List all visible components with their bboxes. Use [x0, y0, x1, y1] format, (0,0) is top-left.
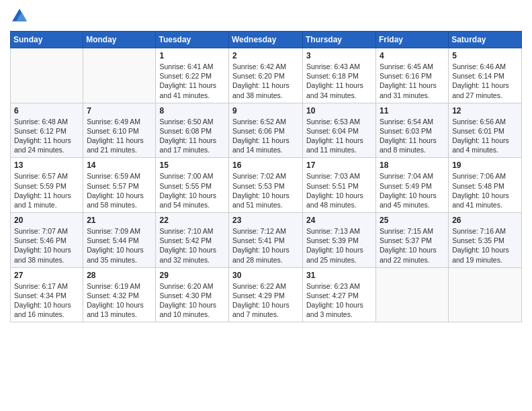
day-info: Sunrise: 7:12 AM Sunset: 5:41 PM Dayligh… [232, 226, 299, 265]
day-info: Sunrise: 7:07 AM Sunset: 5:46 PM Dayligh… [14, 226, 79, 265]
day-info: Sunrise: 7:10 AM Sunset: 5:42 PM Dayligh… [159, 226, 225, 265]
calendar-cell: 1Sunrise: 6:41 AM Sunset: 6:22 PM Daylig… [156, 48, 229, 103]
calendar-cell: 14Sunrise: 6:59 AM Sunset: 5:57 PM Dayli… [83, 158, 156, 213]
calendar-week-row: 13Sunrise: 6:57 AM Sunset: 5:59 PM Dayli… [11, 158, 522, 213]
day-info: Sunrise: 6:49 AM Sunset: 6:10 PM Dayligh… [87, 117, 152, 155]
day-info: Sunrise: 7:09 AM Sunset: 5:44 PM Dayligh… [87, 226, 152, 265]
day-number: 11 [380, 106, 445, 116]
calendar-day-header: Thursday [303, 32, 376, 48]
logo [10, 7, 32, 26]
day-info: Sunrise: 6:48 AM Sunset: 6:12 PM Dayligh… [14, 117, 79, 155]
day-info: Sunrise: 7:06 AM Sunset: 5:48 PM Dayligh… [452, 171, 518, 210]
day-info: Sunrise: 6:56 AM Sunset: 6:01 PM Dayligh… [452, 117, 518, 155]
calendar-week-row: 27Sunrise: 6:17 AM Sunset: 4:34 PM Dayli… [11, 267, 522, 322]
calendar-cell: 9Sunrise: 6:52 AM Sunset: 6:06 PM Daylig… [229, 103, 303, 158]
day-info: Sunrise: 6:20 AM Sunset: 4:30 PM Dayligh… [159, 281, 225, 320]
page-container: SundayMondayTuesdayWednesdayThursdayFrid… [0, 0, 532, 332]
calendar-cell: 2Sunrise: 6:42 AM Sunset: 6:20 PM Daylig… [229, 48, 303, 103]
calendar-cell: 10Sunrise: 6:53 AM Sunset: 6:04 PM Dayli… [303, 103, 376, 158]
day-number: 8 [159, 106, 225, 116]
day-info: Sunrise: 7:16 AM Sunset: 5:35 PM Dayligh… [452, 226, 518, 265]
day-number: 21 [87, 216, 152, 225]
calendar-week-row: 1Sunrise: 6:41 AM Sunset: 6:22 PM Daylig… [11, 48, 522, 103]
day-number: 31 [306, 271, 372, 280]
calendar-day-header: Saturday [449, 32, 522, 48]
day-number: 3 [306, 51, 372, 60]
calendar-cell: 3Sunrise: 6:43 AM Sunset: 6:18 PM Daylig… [303, 48, 376, 103]
calendar-cell: 28Sunrise: 6:19 AM Sunset: 4:32 PM Dayli… [83, 267, 156, 322]
calendar-day-header: Sunday [11, 32, 83, 48]
day-info: Sunrise: 6:52 AM Sunset: 6:06 PM Dayligh… [232, 117, 299, 155]
calendar-day-header: Friday [376, 32, 449, 48]
day-number: 1 [159, 51, 225, 60]
header [10, 7, 522, 26]
day-number: 19 [452, 161, 518, 170]
day-info: Sunrise: 6:53 AM Sunset: 6:04 PM Dayligh… [306, 117, 372, 155]
calendar-cell: 23Sunrise: 7:12 AM Sunset: 5:41 PM Dayli… [229, 213, 303, 268]
day-info: Sunrise: 6:50 AM Sunset: 6:08 PM Dayligh… [159, 117, 225, 155]
day-info: Sunrise: 7:13 AM Sunset: 5:39 PM Dayligh… [306, 226, 372, 265]
day-info: Sunrise: 6:23 AM Sunset: 4:27 PM Dayligh… [306, 281, 372, 320]
day-info: Sunrise: 7:15 AM Sunset: 5:37 PM Dayligh… [380, 226, 445, 265]
day-info: Sunrise: 6:59 AM Sunset: 5:57 PM Dayligh… [87, 171, 152, 210]
day-info: Sunrise: 6:54 AM Sunset: 6:03 PM Dayligh… [380, 117, 445, 155]
calendar-cell: 25Sunrise: 7:15 AM Sunset: 5:37 PM Dayli… [376, 213, 449, 268]
day-number: 15 [159, 161, 225, 170]
day-number: 20 [14, 216, 79, 225]
calendar-day-header: Monday [83, 32, 156, 48]
day-number: 28 [87, 271, 152, 280]
calendar-cell: 24Sunrise: 7:13 AM Sunset: 5:39 PM Dayli… [303, 213, 376, 268]
day-number: 5 [452, 51, 518, 60]
day-info: Sunrise: 6:46 AM Sunset: 6:14 PM Dayligh… [452, 62, 518, 100]
calendar-header-row: SundayMondayTuesdayWednesdayThursdayFrid… [11, 32, 522, 48]
calendar-cell [11, 48, 83, 103]
day-number: 22 [159, 216, 225, 225]
day-info: Sunrise: 6:43 AM Sunset: 6:18 PM Dayligh… [306, 62, 372, 100]
calendar-cell: 26Sunrise: 7:16 AM Sunset: 5:35 PM Dayli… [449, 213, 522, 268]
calendar-cell: 17Sunrise: 7:03 AM Sunset: 5:51 PM Dayli… [303, 158, 376, 213]
calendar-cell: 11Sunrise: 6:54 AM Sunset: 6:03 PM Dayli… [376, 103, 449, 158]
calendar-cell: 21Sunrise: 7:09 AM Sunset: 5:44 PM Dayli… [83, 213, 156, 268]
day-info: Sunrise: 6:57 AM Sunset: 5:59 PM Dayligh… [14, 171, 79, 210]
calendar-cell: 20Sunrise: 7:07 AM Sunset: 5:46 PM Dayli… [11, 213, 83, 268]
day-number: 27 [14, 271, 79, 280]
day-number: 10 [306, 106, 372, 116]
day-number: 24 [306, 216, 372, 225]
day-number: 30 [232, 271, 299, 280]
day-info: Sunrise: 7:00 AM Sunset: 5:55 PM Dayligh… [159, 171, 225, 210]
calendar-cell: 27Sunrise: 6:17 AM Sunset: 4:34 PM Dayli… [11, 267, 83, 322]
logo-icon [10, 7, 29, 26]
day-info: Sunrise: 7:02 AM Sunset: 5:53 PM Dayligh… [232, 171, 299, 210]
calendar-cell [83, 48, 156, 103]
day-number: 6 [14, 106, 79, 116]
calendar-cell: 7Sunrise: 6:49 AM Sunset: 6:10 PM Daylig… [83, 103, 156, 158]
day-info: Sunrise: 6:45 AM Sunset: 6:16 PM Dayligh… [380, 62, 445, 100]
day-number: 18 [380, 161, 445, 170]
day-number: 17 [306, 161, 372, 170]
calendar-cell: 12Sunrise: 6:56 AM Sunset: 6:01 PM Dayli… [449, 103, 522, 158]
day-info: Sunrise: 6:17 AM Sunset: 4:34 PM Dayligh… [14, 281, 79, 320]
day-number: 23 [232, 216, 299, 225]
day-info: Sunrise: 6:42 AM Sunset: 6:20 PM Dayligh… [232, 62, 299, 100]
calendar-cell: 19Sunrise: 7:06 AM Sunset: 5:48 PM Dayli… [449, 158, 522, 213]
calendar-cell: 16Sunrise: 7:02 AM Sunset: 5:53 PM Dayli… [229, 158, 303, 213]
day-info: Sunrise: 6:41 AM Sunset: 6:22 PM Dayligh… [159, 62, 225, 100]
day-number: 4 [380, 51, 445, 60]
calendar-cell: 5Sunrise: 6:46 AM Sunset: 6:14 PM Daylig… [449, 48, 522, 103]
day-number: 16 [232, 161, 299, 170]
calendar-cell: 8Sunrise: 6:50 AM Sunset: 6:08 PM Daylig… [156, 103, 229, 158]
calendar-cell [449, 267, 522, 322]
calendar-cell [376, 267, 449, 322]
day-number: 26 [452, 216, 518, 225]
day-number: 25 [380, 216, 445, 225]
calendar-week-row: 6Sunrise: 6:48 AM Sunset: 6:12 PM Daylig… [11, 103, 522, 158]
calendar-week-row: 20Sunrise: 7:07 AM Sunset: 5:46 PM Dayli… [11, 213, 522, 268]
day-number: 2 [232, 51, 299, 60]
day-number: 7 [87, 106, 152, 116]
day-info: Sunrise: 6:22 AM Sunset: 4:29 PM Dayligh… [232, 281, 299, 320]
calendar-day-header: Wednesday [229, 32, 303, 48]
calendar-cell: 18Sunrise: 7:04 AM Sunset: 5:49 PM Dayli… [376, 158, 449, 213]
calendar-cell: 4Sunrise: 6:45 AM Sunset: 6:16 PM Daylig… [376, 48, 449, 103]
calendar-cell: 13Sunrise: 6:57 AM Sunset: 5:59 PM Dayli… [11, 158, 83, 213]
calendar-cell: 31Sunrise: 6:23 AM Sunset: 4:27 PM Dayli… [303, 267, 376, 322]
